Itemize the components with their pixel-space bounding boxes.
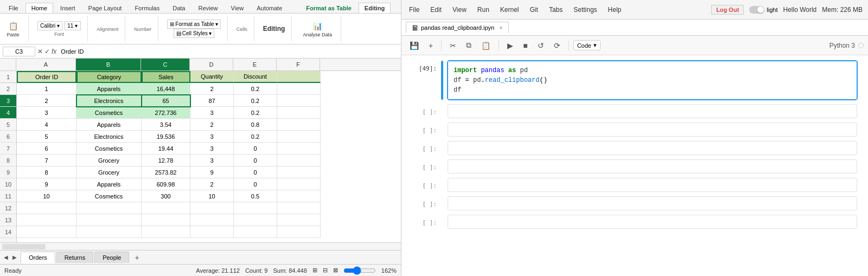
cell-d10[interactable]: 2 <box>190 178 234 190</box>
cell-f7[interactable] <box>277 143 321 155</box>
tab-home[interactable]: Home <box>25 3 53 13</box>
cell-e12[interactable] <box>234 202 277 214</box>
sheet-tab-orders[interactable]: Orders <box>21 252 55 264</box>
cell-b5[interactable]: Apparels <box>76 119 142 131</box>
analyse-data-button[interactable]: 📊 Analyse Data <box>301 20 334 38</box>
cell-b1[interactable]: Category <box>76 71 142 83</box>
cell-c13[interactable] <box>142 214 190 226</box>
tab-formulas[interactable]: Formulas <box>129 3 165 13</box>
save-notebook-button[interactable]: 💾 <box>406 39 423 52</box>
cell-f14[interactable] <box>277 226 321 238</box>
cell-c5[interactable]: 3.54 <box>142 119 190 131</box>
cell-b6[interactable]: Electronics <box>76 131 142 143</box>
menu-kernel[interactable]: Kernel <box>498 5 521 15</box>
cell-f9[interactable] <box>277 166 321 178</box>
cell-d4[interactable]: 3 <box>190 107 234 119</box>
cell-type-dropdown[interactable]: Code ▾ <box>573 40 601 50</box>
cell-a12[interactable] <box>17 202 76 214</box>
cell-a14[interactable] <box>17 226 76 238</box>
cell-a10[interactable]: 9 <box>17 178 76 190</box>
cell-c10[interactable]: 609.98 <box>142 178 190 190</box>
cell-e3[interactable]: 0.2 <box>234 95 277 107</box>
zoom-slider[interactable] <box>343 268 376 273</box>
formula-input[interactable] <box>59 47 398 56</box>
add-cell-button[interactable]: + <box>425 39 437 52</box>
cell-e2[interactable]: 0.2 <box>234 83 277 95</box>
col-header-a[interactable]: A <box>16 59 76 70</box>
tab-table[interactable]: Format as Table <box>300 3 358 13</box>
close-tab-icon[interactable]: × <box>499 24 502 31</box>
cell-b9[interactable]: Grocery <box>76 166 142 178</box>
cell-b8[interactable]: Grocery <box>76 155 142 166</box>
format-as-table-button[interactable]: ⊞ Format as Table ▾ <box>167 20 221 29</box>
tab-editing[interactable]: Editing <box>359 3 391 13</box>
cell-e8[interactable]: 0 <box>234 155 277 166</box>
menu-tabs[interactable]: Tabs <box>547 5 565 15</box>
cell-d11[interactable]: 10 <box>190 190 234 202</box>
cell-b14[interactable] <box>76 226 142 238</box>
stop-kernel-button[interactable]: ■ <box>519 39 531 52</box>
col-header-b[interactable]: B <box>76 59 141 70</box>
cell-e9[interactable]: 0 <box>234 166 277 178</box>
paste-cell-button[interactable]: 📋 <box>477 39 494 52</box>
cell-c2[interactable]: 16,448 <box>142 83 190 95</box>
cell-c1[interactable]: Sales <box>142 71 190 83</box>
cell-f6[interactable] <box>277 131 321 143</box>
cell-a11[interactable]: 10 <box>17 190 76 202</box>
cell-d1[interactable]: Quantity <box>190 71 234 83</box>
cell-d5[interactable]: 2 <box>190 119 234 131</box>
horizontal-scrollbar[interactable] <box>0 242 401 250</box>
cell-e14[interactable] <box>234 226 277 238</box>
cell-f4[interactable] <box>277 107 321 119</box>
logout-button[interactable]: Log Out <box>711 5 744 15</box>
cell-d12[interactable] <box>190 202 234 214</box>
cell-e1[interactable]: Discount <box>234 71 277 83</box>
tab-page-layout[interactable]: Page Layout <box>82 3 128 13</box>
cell-b11[interactable]: Cosmetics <box>76 190 142 202</box>
tab-data[interactable]: Data <box>167 3 191 13</box>
tab-insert[interactable]: Insert <box>54 3 81 13</box>
cell-b12[interactable] <box>76 202 142 214</box>
cell-d6[interactable]: 3 <box>190 131 234 143</box>
cell-c11[interactable]: 300 <box>142 190 190 202</box>
cell-d13[interactable] <box>190 214 234 226</box>
cell-a8[interactable]: 7 <box>17 155 76 166</box>
cell-b13[interactable] <box>76 214 142 226</box>
menu-help[interactable]: Help <box>606 5 624 15</box>
cell-a7[interactable]: 6 <box>17 143 76 155</box>
cell-c4[interactable]: 272.736 <box>142 107 190 119</box>
paste-button[interactable]: 📋 Paste <box>4 20 22 38</box>
cell-e11[interactable]: 0.5 <box>234 190 277 202</box>
cell-c8[interactable]: 12.78 <box>142 155 190 166</box>
cell-d14[interactable] <box>190 226 234 238</box>
cell-a9[interactable]: 8 <box>17 166 76 178</box>
menu-view[interactable]: View <box>450 5 469 15</box>
cell-c14[interactable] <box>142 226 190 238</box>
menu-edit[interactable]: Edit <box>428 5 444 15</box>
cell-e7[interactable]: 0 <box>234 143 277 155</box>
code-cell-49[interactable]: import pandas as pd df = pd.read_clipboa… <box>448 61 857 100</box>
cell-f5[interactable] <box>277 119 321 131</box>
cell-d2[interactable]: 2 <box>190 83 234 95</box>
empty-code-cell-5[interactable] <box>448 178 857 192</box>
cut-cell-button[interactable]: ✂ <box>446 39 460 52</box>
cell-c12[interactable] <box>142 202 190 214</box>
cell-a2[interactable]: 1 <box>17 83 76 95</box>
empty-code-cell-7[interactable] <box>448 215 857 229</box>
empty-code-cell-1[interactable] <box>448 104 857 118</box>
cell-f13[interactable] <box>277 214 321 226</box>
empty-code-cell-6[interactable] <box>448 196 857 210</box>
sheet-tab-returns[interactable]: Returns <box>56 252 94 263</box>
cell-f8[interactable] <box>277 155 321 166</box>
tab-review[interactable]: Review <box>192 3 224 13</box>
run-cell-button[interactable]: ▶ <box>503 39 517 52</box>
menu-run[interactable]: Run <box>475 5 492 15</box>
cell-f10[interactable] <box>277 178 321 190</box>
cell-e4[interactable]: 0.2 <box>234 107 277 119</box>
sheet-nav-prev[interactable]: ◀ <box>2 253 10 261</box>
menu-git[interactable]: Git <box>528 5 540 15</box>
cell-a1[interactable]: Order ID <box>17 71 76 83</box>
cell-a3[interactable]: 2 <box>17 95 76 107</box>
cell-d8[interactable]: 3 <box>190 155 234 166</box>
copy-cell-button[interactable]: ⧉ <box>462 38 475 52</box>
